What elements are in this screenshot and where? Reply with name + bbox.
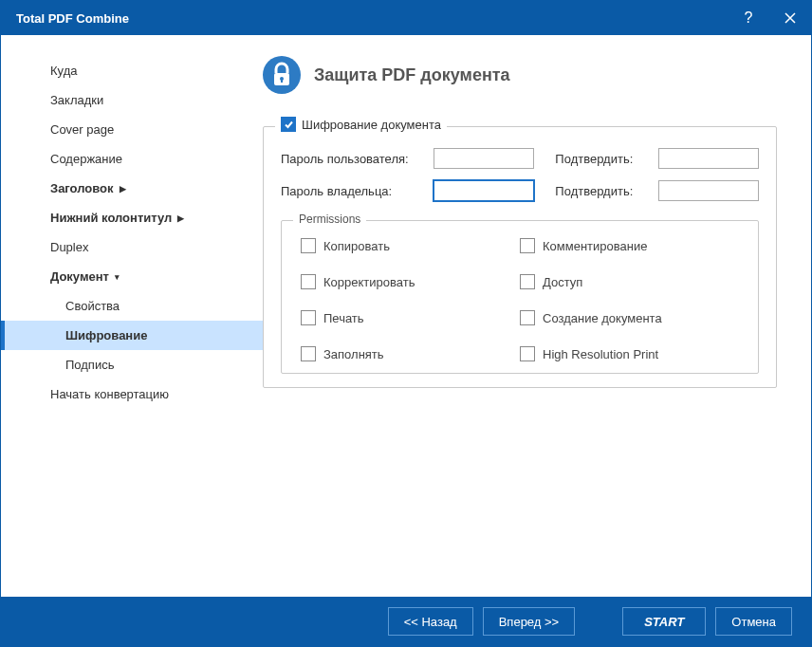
close-button[interactable]	[769, 1, 811, 35]
sidebar-subitem-signature[interactable]: Подпись	[1, 350, 263, 379]
perm-hires-checkbox[interactable]	[520, 346, 535, 361]
sidebar-item-footer[interactable]: Нижний колонтитул▶	[1, 203, 263, 232]
perm-create-label: Создание документа	[543, 311, 662, 325]
permissions-fieldset: Permissions Копировать Комментирование К…	[281, 220, 759, 374]
user-password-input[interactable]	[434, 148, 534, 169]
perm-copy-label: Копировать	[323, 239, 390, 253]
confirm-user-label: Подтвердить:	[555, 152, 637, 166]
sidebar-item-start[interactable]: Начать конвертацию	[1, 379, 263, 409]
confirm-owner-label: Подтвердить:	[555, 184, 637, 198]
perm-create-checkbox[interactable]	[520, 310, 535, 325]
chevron-right-icon: ▶	[120, 184, 126, 194]
page-title: Защита PDF документа	[314, 65, 510, 85]
encrypt-label: Шифрование документа	[302, 118, 441, 132]
perm-access-checkbox[interactable]	[520, 274, 535, 289]
encrypt-checkbox[interactable]	[281, 117, 296, 132]
permissions-legend: Permissions	[293, 213, 366, 226]
perm-print-label: Печать	[323, 311, 364, 325]
perm-hires-label: High Resolution Print	[543, 347, 658, 361]
perm-modify-label: Корректировать	[323, 275, 415, 289]
perm-access-label: Доступ	[543, 275, 582, 289]
perm-fill-label: Заполнять	[323, 347, 384, 361]
help-button[interactable]: ?	[728, 1, 769, 35]
chevron-right-icon: ▶	[177, 213, 184, 223]
sidebar-item-duplex[interactable]: Duplex	[1, 232, 263, 262]
sidebar-item-contents[interactable]: Содержание	[1, 144, 263, 174]
encryption-fieldset: Шифрование документа Пароль пользователя…	[263, 126, 777, 388]
footer: << Назад Вперед >> START Отмена	[1, 597, 811, 646]
confirm-owner-input[interactable]	[658, 180, 759, 201]
sidebar-item-destination[interactable]: Куда	[1, 56, 263, 85]
window-title: Total PDF Combine	[16, 11, 728, 26]
perm-modify-checkbox[interactable]	[301, 274, 316, 289]
sidebar-item-document[interactable]: Документ▾	[1, 262, 263, 291]
perm-fill-checkbox[interactable]	[301, 346, 316, 361]
owner-password-label: Пароль владельца:	[281, 184, 413, 198]
content-panel: Защита PDF документа Шифрование документ…	[263, 35, 811, 597]
sidebar: Куда Закладки Cover page Содержание Заго…	[1, 35, 263, 597]
perm-comment-label: Комментирование	[543, 239, 647, 253]
perm-copy-checkbox[interactable]	[301, 238, 316, 253]
sidebar-item-header[interactable]: Заголовок▶	[1, 174, 263, 203]
perm-comment-checkbox[interactable]	[520, 238, 535, 253]
forward-button[interactable]: Вперед >>	[483, 607, 576, 636]
start-button[interactable]: START	[622, 607, 706, 636]
confirm-user-input[interactable]	[658, 148, 759, 169]
sidebar-item-bookmarks[interactable]: Закладки	[1, 85, 263, 115]
sidebar-subitem-properties[interactable]: Свойства	[1, 291, 263, 321]
lock-icon	[263, 56, 301, 94]
perm-print-checkbox[interactable]	[301, 310, 316, 325]
back-button[interactable]: << Назад	[388, 607, 473, 636]
cancel-button[interactable]: Отмена	[715, 607, 792, 636]
svg-rect-3	[281, 79, 283, 83]
owner-password-input[interactable]	[434, 180, 534, 201]
titlebar: Total PDF Combine ?	[1, 1, 811, 35]
user-password-label: Пароль пользователя:	[281, 152, 413, 166]
sidebar-item-coverpage[interactable]: Cover page	[1, 115, 263, 144]
chevron-down-icon: ▾	[115, 272, 120, 282]
sidebar-subitem-encryption[interactable]: Шифрование	[1, 321, 263, 350]
